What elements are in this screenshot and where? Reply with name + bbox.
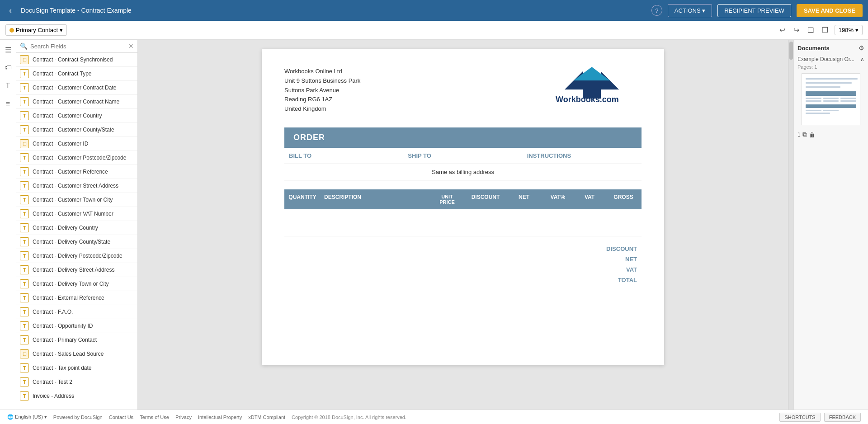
search-bar: 🔍 ✕: [16, 40, 137, 53]
field-label: Contract - Customer Street Address: [33, 183, 118, 189]
footer-powered-by[interactable]: Powered by DocuSign: [53, 415, 103, 420]
sidebar-icon-list[interactable]: ≡: [3, 99, 14, 109]
field-label: Contract - Delivery Town or City: [33, 281, 109, 287]
list-item[interactable]: TContract - Delivery Country: [16, 221, 137, 235]
doc-pages: Pages: 1: [797, 64, 864, 70]
paste-button[interactable]: ❒: [820, 25, 830, 35]
list-item[interactable]: TContract - Customer Contract Name: [16, 95, 137, 109]
contact-dropdown[interactable]: Primary Contact ▾: [5, 24, 67, 36]
list-item[interactable]: TContract - Customer Reference: [16, 165, 137, 179]
list-item[interactable]: TContract - External Reference: [16, 291, 137, 305]
footer: 🌐 English (US) ▾ Powered by DocuSign Con…: [0, 410, 868, 424]
list-item[interactable]: TContract - Delivery Postcode/Zipcode: [16, 249, 137, 263]
doc-delete-btn[interactable]: 🗑: [809, 131, 815, 138]
field-type-icon: T: [20, 321, 29, 330]
recipient-preview-button[interactable]: RECIPIENT PREVIEW: [717, 4, 791, 17]
actions-button[interactable]: ACTIONS ▾: [668, 4, 712, 17]
th-vat-pct: VAT%: [542, 194, 574, 205]
list-item[interactable]: TInvoice - Address: [16, 389, 137, 403]
search-clear-icon[interactable]: ✕: [128, 42, 134, 50]
list-item[interactable]: TContract - Delivery Street Address: [16, 263, 137, 277]
list-item[interactable]: TContract - Test 2: [16, 375, 137, 389]
field-label: Contract - F.A.O.: [33, 309, 73, 315]
doc-collapse-icon[interactable]: ∧: [860, 56, 864, 62]
list-item[interactable]: TContract - Opportunity ID: [16, 319, 137, 333]
list-item[interactable]: TContract - F.A.O.: [16, 305, 137, 319]
field-label: Contract - Customer Contract Date: [33, 85, 116, 91]
sidebar-icon-tag[interactable]: 🏷: [3, 62, 14, 73]
list-item[interactable]: TContract - Customer Contract Date: [16, 81, 137, 95]
doc-page-number: 1: [797, 132, 801, 138]
contact-dropdown-arrow: ▾: [60, 27, 63, 33]
list-item[interactable]: ☐Contract - Customer ID: [16, 137, 137, 151]
field-type-icon: T: [20, 223, 29, 232]
field-label: Contract - Customer VAT Number: [33, 211, 113, 217]
doc-page-controls: 1 ⧉ 🗑: [797, 131, 864, 138]
footer-xdtm[interactable]: xDTM Compliant: [248, 415, 285, 420]
doc-copy-btn[interactable]: ⧉: [802, 131, 807, 138]
th-vat: VAT: [574, 194, 605, 205]
field-type-icon: T: [20, 153, 29, 162]
gear-icon[interactable]: ⚙: [859, 44, 864, 52]
field-type-icon: T: [20, 111, 29, 120]
sidebar-main: 🔍 ✕ ☐Contract - Contract SynchronisedTCo…: [16, 40, 137, 410]
list-item[interactable]: TContract - Customer Postcode/Zipcode: [16, 151, 137, 165]
list-item[interactable]: TContract - Contract Type: [16, 67, 137, 81]
company-name: Workbooks Online Ltd: [284, 67, 360, 76]
footer-language[interactable]: 🌐 English (US) ▾: [7, 414, 47, 420]
field-type-icon: T: [20, 181, 29, 190]
instructions-label: INSTRUCTIONS: [523, 152, 642, 159]
search-input[interactable]: [30, 43, 126, 50]
field-label: Contract - Customer ID: [33, 141, 88, 147]
list-item[interactable]: TContract - Customer County/State: [16, 123, 137, 137]
list-item[interactable]: TContract - Primary Contact: [16, 333, 137, 347]
field-label: Contract - Tax point date: [33, 365, 92, 371]
copy-button[interactable]: ❑: [806, 25, 816, 35]
list-item[interactable]: TContract - Tax point date: [16, 361, 137, 375]
zoom-control[interactable]: 198% ▾: [835, 25, 863, 35]
footer-contact-us[interactable]: Contact Us: [109, 415, 133, 420]
list-item[interactable]: TContract - Customer Country: [16, 109, 137, 123]
center-area[interactable]: Workbooks Online Ltd Unit 9 Suttons Busi…: [138, 40, 788, 410]
contact-dot: [9, 28, 14, 33]
list-item[interactable]: TContract - Delivery County/State: [16, 235, 137, 249]
field-label: Contract - Delivery Country: [33, 225, 98, 231]
back-button[interactable]: ‹: [5, 4, 15, 17]
list-item[interactable]: TContract - Customer VAT Number: [16, 207, 137, 221]
redo-button[interactable]: ↪: [792, 25, 801, 35]
doc-name: Example Docusign Or...: [797, 56, 860, 62]
list-item[interactable]: TContract - Delivery Town or City: [16, 277, 137, 291]
list-item[interactable]: TContract - Customer Street Address: [16, 179, 137, 193]
field-type-icon: T: [20, 195, 29, 204]
list-item[interactable]: TContract - Customer Town or City: [16, 193, 137, 207]
help-icon[interactable]: ?: [651, 5, 662, 16]
svg-marker-1: [574, 67, 610, 80]
footer-ip[interactable]: Intellectual Property: [198, 415, 242, 420]
field-type-icon: T: [20, 83, 29, 92]
shortcuts-button[interactable]: SHORTCUTS: [779, 413, 820, 422]
field-label: Contract - External Reference: [33, 295, 104, 301]
feedback-button[interactable]: FEEDBACK: [824, 413, 861, 422]
document-canvas: Workbooks Online Ltd Unit 9 Suttons Busi…: [262, 49, 664, 365]
top-header: ‹ DocuSign Template - Contract Example ?…: [0, 0, 868, 21]
th-unit-price: UNITPRICE: [429, 194, 465, 205]
field-label: Contract - Customer Reference: [33, 169, 108, 175]
sidebar-icon-field[interactable]: T: [3, 80, 14, 91]
field-type-icon: T: [20, 293, 29, 302]
field-label: Contract - Customer Postcode/Zipcode: [33, 155, 126, 161]
doc-item: Example Docusign Or... ∧ Pages: 1 1 ⧉ 🗑: [797, 56, 864, 138]
company-address1: Unit 9 Suttons Business Park: [284, 76, 360, 86]
save-and-close-button[interactable]: SAVE AND CLOSE: [797, 4, 863, 17]
left-sidebar: ☰ 🏷 T ≡ 🔍 ✕ ☐Contract - Contract Synchro…: [0, 40, 138, 410]
footer-terms[interactable]: Terms of Use: [140, 415, 169, 420]
footer-privacy[interactable]: Privacy: [175, 415, 192, 420]
list-item[interactable]: ☐Contract - Contract Synchronised: [16, 53, 137, 67]
center-scrollbar[interactable]: [788, 40, 793, 410]
undo-button[interactable]: ↩: [778, 25, 787, 35]
list-item[interactable]: ☐Contract - Sales Lead Source: [16, 347, 137, 361]
toolbar: Primary Contact ▾ ↩ ↪ ❑ ❒ 198% ▾: [0, 21, 868, 40]
field-label: Contract - Customer County/State: [33, 127, 114, 133]
total-net: NET: [625, 256, 637, 263]
documents-panel-header: Documents ⚙: [797, 44, 864, 52]
sidebar-icon-menu[interactable]: ☰: [3, 44, 14, 55]
